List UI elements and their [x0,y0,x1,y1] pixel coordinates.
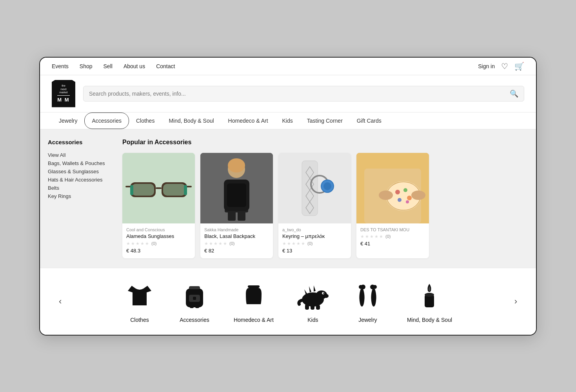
cat-gift[interactable]: Gift Cards [350,113,389,129]
svg-rect-6 [125,186,131,187]
nav-contact[interactable]: Contact [156,63,175,69]
top-nav-links: Events Shop Sell About us Contact [52,63,175,69]
cat-accessories[interactable]: Accessories [84,113,129,129]
product-card-body-backpack: Sakka Handmade Black, Lasal Backpack ★ ★… [200,223,273,258]
bottom-cat-kids[interactable]: Kids [297,280,329,323]
sidebar-item-belts[interactable]: Belts [48,184,111,192]
product-price-keyring: € 13 [282,248,347,254]
svg-point-38 [406,200,409,203]
svg-point-54 [323,292,324,294]
cat-mind-body[interactable]: Mind, Body & Soul [162,113,221,129]
bottom-cat-accessories[interactable]: Accessories [179,280,210,323]
bottom-cat-mind[interactable]: Mind, Body & Soul [407,280,452,323]
sidebar-item-viewall[interactable]: View All [48,151,111,159]
svg-point-29 [323,182,331,190]
cat-clothes[interactable]: Clothes [129,113,162,129]
top-nav: Events Shop Sell About us Contact Sign i… [40,58,536,75]
sidebar-item-bags[interactable]: Bags, Wallets & Pouches [48,159,111,167]
product-card-pouch[interactable]: DES TO TSANTAKI MOU ★ ★ ★ ★ ★ (0) € 41 [356,153,429,258]
homedeco-icon [238,280,269,311]
sign-in-button[interactable]: Sign in [478,63,495,69]
cat-jewelry[interactable]: Jewelry [52,113,84,129]
nav-about[interactable]: About us [124,63,145,69]
product-card-keyring[interactable]: a_two_do Keyring – μπρελόκ ★ ★ ★ ★ ★ (0)… [278,153,351,258]
product-card-backpack[interactable]: Sakka Handmade Black, Lasal Backpack ★ ★… [200,153,273,258]
sidebar-item-glasses[interactable]: Glasses & Sunglasses [48,167,111,176]
svg-rect-46 [190,304,194,308]
product-name-sunglasses: Alameda Sunglasses [126,233,191,239]
product-reviews-sunglasses: (0) [151,241,156,246]
product-area: Popular in Accessories [118,129,536,268]
product-card-body-pouch: DES TO TSANTAKI MOU ★ ★ ★ ★ ★ (0) € 41 [356,223,429,251]
product-price-sunglasses: € 48.3 [126,248,191,254]
sidebar-item-keyrings[interactable]: Key Rings [48,192,111,200]
product-name-backpack: Black, Lasal Backpack [204,233,269,239]
bottom-cat-homedeco[interactable]: Homedeco & Art [234,280,274,323]
browser-window: Events Shop Sell About us Contact Sign i… [39,57,537,336]
product-card-sunglasses[interactable]: Cool and Conscious Alameda Sunglasses ★ … [122,153,195,258]
bottom-cat-clothes[interactable]: Clothes [124,280,155,323]
svg-marker-55 [304,289,307,295]
cat-kids[interactable]: Kids [275,113,300,129]
jewelry-icon [352,280,383,311]
bottom-cat-jewelry-label: Jewelry [358,317,377,323]
product-card-body-keyring: a_two_do Keyring – μπρελόκ ★ ★ ★ ★ ★ (0)… [278,223,351,258]
product-img-backpack [200,153,273,223]
svg-point-35 [403,188,407,192]
product-reviews-keyring: (0) [307,241,313,246]
svg-rect-9 [184,185,187,195]
svg-point-66 [425,293,434,297]
search-input[interactable] [89,91,507,97]
logo[interactable]: themeetmarket M M [52,80,75,107]
svg-point-52 [324,294,329,298]
svg-point-39 [379,191,393,200]
product-img-keyring [278,153,351,223]
nav-events[interactable]: Events [52,63,69,69]
wishlist-icon[interactable]: ♡ [501,62,508,71]
product-price-pouch: € 41 [360,241,425,247]
product-grid: Cool and Conscious Alameda Sunglasses ★ … [122,153,527,258]
mind-icon [414,280,445,311]
product-price-backpack: € 82 [204,248,269,254]
sidebar: Accessories View All Bags, Wallets & Pou… [40,129,118,268]
svg-point-34 [395,190,400,194]
search-button[interactable]: 🔍 [510,89,518,98]
svg-marker-56 [309,286,311,292]
svg-rect-7 [186,186,192,187]
cart-icon[interactable]: 🛒 [514,62,524,71]
svg-rect-18 [228,211,236,221]
product-stars-sunglasses: ★ ★ ★ ★ ★ (0) [126,241,191,246]
product-stars-pouch: ★ ★ ★ ★ ★ (0) [360,234,425,239]
svg-rect-60 [316,305,320,310]
bottom-cat-jewelry[interactable]: Jewelry [352,280,383,323]
svg-rect-22 [302,161,318,216]
cat-tasting[interactable]: Tasting Corner [300,113,350,129]
product-img-sunglasses [122,153,195,223]
sidebar-item-hats[interactable]: Hats & Hair Accessories [48,176,111,184]
product-maker-backpack: Sakka Handmade [204,227,269,232]
carousel-next-button[interactable]: › [511,293,520,310]
star5: ★ [145,241,149,246]
logo-initials: M M [57,95,69,103]
kids-icon [297,280,329,311]
svg-rect-8 [130,185,133,195]
sidebar-list: View All Bags, Wallets & Pouches Glasses… [48,151,111,200]
svg-point-40 [411,191,425,200]
svg-rect-59 [311,305,314,310]
bottom-cat-kids-label: Kids [307,317,318,323]
star1: ★ [126,241,130,246]
svg-rect-43 [189,286,200,289]
product-reviews-backpack: (0) [229,241,234,246]
product-name-keyring: Keyring – μπρελόκ [282,233,347,239]
svg-rect-19 [238,211,245,221]
nav-sell[interactable]: Sell [104,63,113,69]
svg-rect-4 [163,184,185,196]
carousel-prev-button[interactable]: ‹ [56,293,65,310]
bottom-cat-accessories-label: Accessories [180,317,209,323]
cat-homedeco[interactable]: Homedeco & Art [221,113,275,129]
logo-text: themeetmarket [59,84,67,94]
nav-shop[interactable]: Shop [80,63,93,69]
bottom-cat-mind-label: Mind, Body & Soul [407,317,452,323]
top-nav-right: Sign in ♡ 🛒 [478,62,524,71]
svg-point-62 [359,285,363,289]
